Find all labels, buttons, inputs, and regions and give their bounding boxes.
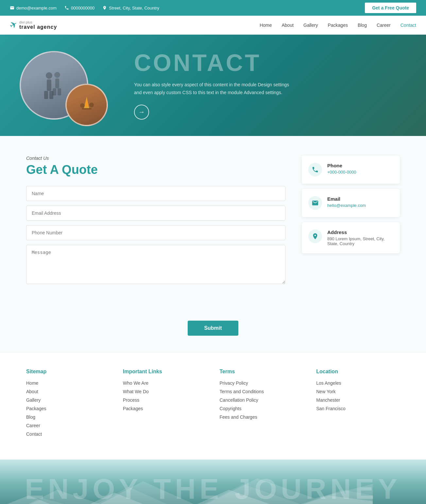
sitemap-gallery[interactable]: Gallery [26, 397, 110, 403]
email-label: Email [327, 196, 366, 202]
hero-arrow-button[interactable]: → [134, 105, 149, 120]
nav-about[interactable]: About [281, 23, 294, 28]
terms-privacy[interactable]: Privacy Policy [220, 380, 303, 386]
top-bar-right: Get a Free Quote [365, 3, 416, 13]
top-bar: demo@example.com 0000000000 Street, City… [0, 0, 426, 16]
nav-gallery[interactable]: Gallery [303, 23, 318, 28]
sitemap-col: Sitemap Home About Gallery Packages Blog… [26, 369, 110, 440]
email-info: Email hello@example.com [327, 196, 366, 208]
address-info: Address 890 Lorem Ipsum, Street, City, S… [327, 229, 393, 246]
logo-icon: ✈ [10, 20, 17, 30]
top-bar-left: demo@example.com 0000000000 Street, City… [10, 6, 159, 10]
email-input[interactable] [26, 206, 285, 221]
hero-title: CONTACT [134, 51, 291, 75]
main-nav: Home About Gallery Packages Blog Career … [260, 23, 416, 28]
sitemap-blog[interactable]: Blog [26, 414, 110, 420]
location-la[interactable]: Los Angeles [316, 380, 400, 386]
contact-section: Contact Us Get A Quote Phone +000-000-00… [0, 136, 426, 310]
important-col: Important Links Who We Are What We Do Pr… [123, 369, 207, 440]
contact-section-wrapper: Contact Us Get A Quote Phone +000-000-00… [0, 136, 426, 352]
hero-content: CONTACT You can also style every aspect … [114, 51, 291, 120]
terms-fees[interactable]: Fees and Charges [220, 414, 303, 420]
hero-image-small [65, 84, 108, 126]
phone-label: Phone [327, 163, 356, 168]
sitemap-home[interactable]: Home [26, 380, 110, 386]
contact-info-area: Phone +000-000-0000 Email hello@example.… [302, 156, 400, 290]
svg-rect-3 [44, 91, 48, 99]
svg-rect-7 [53, 88, 56, 95]
svg-rect-8 [58, 88, 61, 95]
name-input[interactable] [26, 186, 285, 201]
terms-copyrights[interactable]: Copyrights [220, 406, 303, 411]
footer: Sitemap Home About Gallery Packages Blog… [0, 352, 426, 460]
svg-rect-12 [82, 108, 92, 109]
nav-home[interactable]: Home [260, 23, 272, 28]
svg-rect-2 [47, 79, 51, 91]
email-card: Email hello@example.com [302, 189, 400, 217]
contact-heading: Get A Quote [26, 163, 285, 177]
phone-input[interactable] [26, 225, 285, 240]
important-process[interactable]: Process [123, 397, 207, 403]
footer-grid: Sitemap Home About Gallery Packages Blog… [26, 369, 400, 440]
message-input[interactable] [26, 245, 285, 284]
svg-rect-6 [55, 78, 59, 88]
email-text: demo@example.com [16, 6, 57, 10]
logo-line1: divi plus [19, 20, 57, 24]
phone-value: +000-000-0000 [327, 170, 356, 175]
contact-us-label: Contact Us [26, 156, 285, 161]
important-what-we-do[interactable]: What We Do [123, 389, 207, 394]
location-ny[interactable]: New York [316, 389, 400, 394]
terms-cancellation[interactable]: Cancellation Policy [220, 397, 303, 403]
sitemap-contact[interactable]: Contact [26, 431, 110, 437]
hero-section: CONTACT You can also style every aspect … [0, 35, 426, 136]
terms-tandc[interactable]: Terms and Conditions [220, 389, 303, 394]
important-who-we-are[interactable]: Who We Are [123, 380, 207, 386]
address-icon [308, 229, 322, 243]
location-col: Location Los Angeles New York Manchester… [316, 369, 400, 440]
phone-info: Phone +000-000-0000 [327, 163, 356, 175]
sitemap-career[interactable]: Career [26, 423, 110, 428]
location-title: Location [316, 369, 400, 375]
hero-images [20, 51, 114, 120]
journey-banner: ENJOY THE JOURNEY [0, 460, 426, 504]
email-icon [308, 196, 322, 210]
svg-point-14 [89, 103, 94, 107]
address-card: Address 890 Lorem Ipsum, Street, City, S… [302, 222, 400, 253]
logo-line2: travel agency [19, 24, 57, 30]
sitemap-packages[interactable]: Packages [26, 406, 110, 411]
location-sf[interactable]: San Francisco [316, 406, 400, 411]
address-text: Street, City, State, Country [109, 6, 159, 10]
address-item: Street, City, State, Country [102, 6, 159, 10]
address-value: 890 Lorem Ipsum, Street, City, State, Co… [327, 236, 393, 246]
submit-row: Submit [0, 310, 426, 352]
logo: ✈ divi plus travel agency [10, 20, 57, 30]
hero-description: You can also style every aspect of this … [134, 81, 291, 97]
nav-blog[interactable]: Blog [358, 23, 367, 28]
email-value: hello@example.com [327, 203, 366, 208]
contact-form-area: Contact Us Get A Quote [26, 156, 285, 290]
important-packages[interactable]: Packages [123, 406, 207, 411]
header: ✈ divi plus travel agency Home About Gal… [0, 16, 426, 35]
submit-button[interactable]: Submit [188, 321, 238, 336]
journey-text: ENJOY THE JOURNEY [25, 475, 401, 503]
get-free-quote-button[interactable]: Get a Free Quote [365, 3, 416, 13]
nav-contact[interactable]: Contact [400, 23, 416, 28]
svg-point-5 [54, 72, 60, 78]
phone-card: Phone +000-000-0000 [302, 156, 400, 184]
email-item: demo@example.com [10, 6, 57, 10]
nav-packages[interactable]: Packages [328, 23, 348, 28]
terms-col: Terms Privacy Policy Terms and Condition… [220, 369, 303, 440]
phone-item: 0000000000 [64, 6, 94, 10]
svg-point-13 [80, 103, 85, 108]
important-title: Important Links [123, 369, 207, 375]
sitemap-about[interactable]: About [26, 389, 110, 394]
svg-point-1 [46, 72, 52, 79]
phone-icon [308, 163, 322, 176]
sitemap-title: Sitemap [26, 369, 110, 375]
phone-text: 0000000000 [71, 6, 94, 10]
location-manchester[interactable]: Manchester [316, 397, 400, 403]
address-label: Address [327, 229, 393, 235]
nav-career[interactable]: Career [377, 23, 391, 28]
terms-title: Terms [220, 369, 303, 375]
